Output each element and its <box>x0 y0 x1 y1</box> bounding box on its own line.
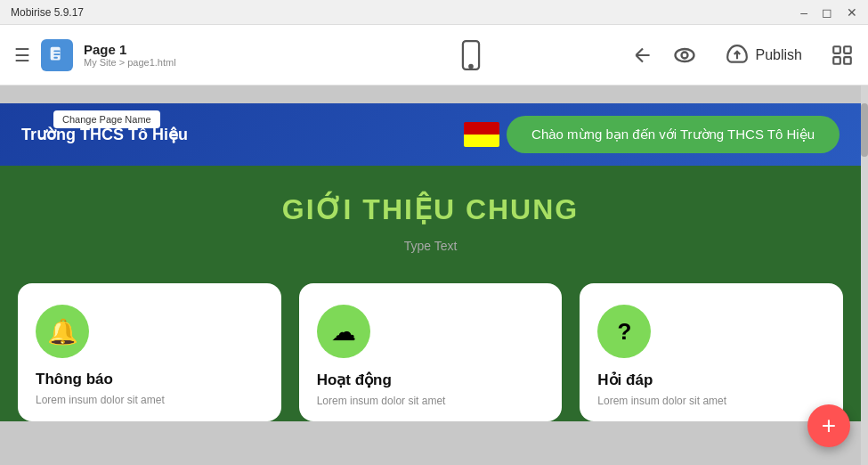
flag-icon <box>464 122 499 147</box>
svg-rect-8 <box>833 46 840 53</box>
svg-point-5 <box>470 64 473 67</box>
close-button[interactable]: ✕ <box>847 5 857 20</box>
card-thong-bao: 🔔 Thông báo Lorem insum dolor sit amet <box>18 283 281 421</box>
card-title-0: Thông báo <box>36 371 113 388</box>
svg-rect-2 <box>53 53 60 55</box>
cards-section: 🔔 Thông báo Lorem insum dolor sit amet ☁… <box>0 274 861 421</box>
card-hoat-dong: ☁ Hoạt động Lorem insum dolor sit amet <box>299 283 563 421</box>
svg-rect-11 <box>844 57 851 64</box>
toolbar-center <box>322 40 620 70</box>
preview-button[interactable] <box>672 43 697 68</box>
bell-icon: 🔔 <box>36 305 89 358</box>
back-button[interactable] <box>631 44 654 67</box>
svg-rect-3 <box>53 56 58 58</box>
resize-button[interactable] <box>831 44 854 67</box>
section-title: GIỚI THIỆU CHUNG <box>18 192 843 226</box>
canvas-area: Change Page Name Trường THCS Tô Hiệu Chà… <box>0 86 868 465</box>
menu-button[interactable]: ☰ <box>14 45 30 66</box>
maximize-button[interactable]: ◻ <box>822 5 832 20</box>
toolbar: ☰ Page 1 My Site > page1.html <box>0 25 868 86</box>
site-header: Change Page Name Trường THCS Tô Hiệu Chà… <box>0 103 861 166</box>
page-title: Page 1 <box>84 42 176 57</box>
svg-rect-1 <box>53 50 60 52</box>
card-desc-1: Lorem insum dolor sit amet <box>317 395 446 407</box>
page-info: Page 1 My Site > page1.html <box>84 42 176 68</box>
svg-point-7 <box>681 52 687 58</box>
welcome-button[interactable]: Chào mừng bạn đến với Trường THCS Tô Hiệ… <box>507 116 840 153</box>
app-title: Mobirise 5.9.17 <box>11 6 800 19</box>
svg-point-6 <box>675 49 694 61</box>
card-title-2: Hỏi đáp <box>597 371 653 389</box>
header-center: Chào mừng bạn đến với Trường THCS Tô Hiệ… <box>464 116 840 153</box>
card-hoi-dap: ? Hỏi đáp Lorem insum dolor sit amet <box>580 283 843 421</box>
toolbar-left: ☰ Page 1 My Site > page1.html <box>14 39 312 71</box>
section-subtitle: Type Text <box>18 239 843 253</box>
toolbar-right: Publish <box>631 37 854 74</box>
add-button[interactable]: + <box>807 404 850 447</box>
scrollbar-thumb[interactable] <box>861 103 868 157</box>
page-icon <box>41 39 73 71</box>
mobile-preview-button[interactable] <box>458 40 483 70</box>
intro-section: GIỚI THIỆU CHUNG Type Text <box>0 166 861 274</box>
question-icon: ? <box>597 305 651 358</box>
cloud-icon: ☁ <box>317 305 370 358</box>
card-desc-0: Lorem insum dolor sit amet <box>36 394 165 406</box>
svg-rect-10 <box>833 57 840 64</box>
scrollbar[interactable] <box>861 86 868 465</box>
card-title-1: Hoạt động <box>317 371 392 389</box>
minimize-button[interactable]: – <box>800 5 807 20</box>
change-page-name-button[interactable]: Change Page Name <box>53 110 160 128</box>
window-controls: – ◻ ✕ <box>800 5 857 20</box>
page-breadcrumb: My Site > page1.html <box>84 57 176 68</box>
page-canvas: Change Page Name Trường THCS Tô Hiệu Chà… <box>0 86 861 465</box>
titlebar: Mobirise 5.9.17 – ◻ ✕ <box>0 0 868 25</box>
publish-label: Publish <box>756 47 802 63</box>
publish-button[interactable]: Publish <box>715 37 813 74</box>
svg-rect-9 <box>844 46 851 53</box>
card-desc-2: Lorem insum dolor sit amet <box>597 395 726 407</box>
